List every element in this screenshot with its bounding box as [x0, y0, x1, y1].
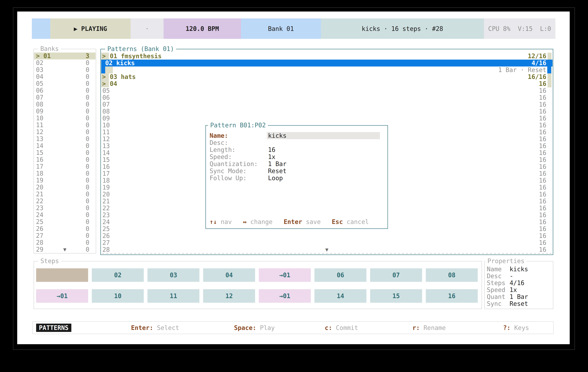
- step-cell-12[interactable]: 12: [203, 289, 255, 303]
- properties-panel: Properties NamekicksDesc-Steps4/16Speed1…: [484, 261, 553, 309]
- bank-row[interactable]: 060: [34, 87, 95, 94]
- step-cell-14[interactable]: 14: [315, 289, 367, 303]
- pattern-row[interactable]: 0616: [101, 94, 553, 101]
- keybinding-hint: ?: Keys: [503, 324, 529, 331]
- step-cell-08[interactable]: 08: [426, 268, 478, 282]
- bank-row[interactable]: 150: [34, 149, 95, 156]
- pattern-row-label: 17: [102, 170, 110, 177]
- step-cell-10[interactable]: 10: [92, 289, 144, 303]
- bank-row[interactable]: 200: [34, 184, 95, 191]
- modal-hint-label: nav: [217, 218, 243, 225]
- modal-field-quantization[interactable]: Quantization:1 Bar: [206, 160, 388, 167]
- step-cell-16[interactable]: 16: [426, 289, 478, 303]
- bank-row-number: 16: [36, 156, 43, 163]
- bank-row-number: 21: [36, 191, 43, 198]
- bank-row[interactable]: 230: [34, 205, 95, 211]
- pattern-row[interactable]: >0416: [101, 80, 553, 87]
- step-cell-02[interactable]: 02: [92, 268, 144, 282]
- bank-row[interactable]: 140: [34, 142, 95, 149]
- hint-label: Keys: [511, 324, 529, 331]
- pattern-row-label: 06: [102, 94, 110, 101]
- bank-row[interactable]: 190: [34, 177, 95, 184]
- bank-row-count: 0: [86, 232, 89, 239]
- pattern-row-label: 10: [102, 122, 110, 129]
- step-cell-03[interactable]: 03: [147, 268, 200, 282]
- pattern-row-steps: 16: [539, 94, 553, 101]
- banks-list: > 01302003004005006007008009010011012013…: [34, 52, 95, 253]
- bank-row-number: 24: [36, 211, 43, 218]
- bank-row[interactable]: 050: [34, 80, 95, 87]
- property-row: SyncReset: [487, 300, 552, 307]
- bank-row[interactable]: 020: [34, 60, 95, 66]
- pattern-row[interactable]: 0816: [101, 108, 553, 115]
- modal-field-followup[interactable]: Follow Up:Loop: [206, 174, 388, 181]
- bank-row[interactable]: 220: [34, 198, 95, 205]
- pattern-row[interactable]: >03 hats16/16: [101, 73, 553, 80]
- step-cell-11[interactable]: 11: [147, 289, 200, 303]
- bank-row[interactable]: 160: [34, 156, 95, 163]
- pattern-row-label: 18: [102, 177, 110, 184]
- modal-field-value: kicks: [268, 132, 286, 139]
- modal-field-syncmode[interactable]: Sync Mode:Reset: [206, 167, 388, 174]
- bank-row[interactable]: 100: [34, 115, 95, 122]
- bank-row-number: 03: [36, 66, 43, 73]
- bank-row[interactable]: 030: [34, 66, 95, 73]
- modal-field-speed[interactable]: Speed:1x: [206, 153, 388, 160]
- bank-row[interactable]: 260: [34, 225, 95, 232]
- modal-field-value: 1 Bar: [268, 160, 286, 167]
- bank-row-count: 0: [86, 198, 89, 205]
- bank-row[interactable]: 110: [34, 122, 95, 129]
- pattern-row-steps: 16: [539, 129, 553, 136]
- modal-hint-key: ↔: [243, 218, 247, 225]
- bank-row-number: 04: [36, 73, 43, 80]
- step-cell-06[interactable]: 06: [315, 268, 367, 282]
- pattern-row-steps: 4/16: [532, 60, 553, 67]
- bank-row[interactable]: 070: [34, 94, 95, 101]
- bank-row[interactable]: 180: [34, 170, 95, 177]
- pattern-row-label: 11: [102, 129, 110, 136]
- modal-field-length[interactable]: Length:16: [206, 146, 388, 153]
- step-cell-05[interactable]: →01: [259, 268, 311, 282]
- bank-row[interactable]: 120: [34, 129, 95, 135]
- step-cell-01[interactable]: [36, 268, 88, 282]
- pattern-row-label: 25: [102, 225, 110, 232]
- selection-gutter-block: [101, 67, 105, 73]
- bank-row[interactable]: > 013: [34, 52, 95, 60]
- bank-row-number: 20: [36, 184, 43, 191]
- bank-row-count: 0: [86, 225, 89, 232]
- modal-field-name[interactable]: Name:kicks: [206, 132, 388, 139]
- pattern-row[interactable]: 0916: [101, 115, 553, 122]
- bank-row[interactable]: 240: [34, 211, 95, 218]
- bank-row[interactable]: 280: [34, 239, 95, 246]
- pattern-row[interactable]: 2716: [101, 239, 553, 246]
- bank-row[interactable]: 210: [34, 191, 95, 198]
- step-cell-15[interactable]: 15: [370, 289, 422, 303]
- step-cell-07[interactable]: 07: [370, 268, 422, 282]
- pattern-row-label: 20: [102, 191, 110, 198]
- bank-row[interactable]: 090: [34, 108, 95, 115]
- bank-row-count: 0: [86, 163, 89, 170]
- pattern-row-label: 08: [102, 108, 110, 115]
- pattern-row[interactable]: 0516: [101, 87, 553, 94]
- pattern-row[interactable]: >01 fmsynthesis12/16: [101, 53, 553, 60]
- bank-row[interactable]: 270: [34, 232, 95, 239]
- pattern-row[interactable]: 2616: [101, 232, 553, 239]
- modal-field-value: Loop: [268, 174, 283, 181]
- bank-row[interactable]: 040: [34, 73, 95, 80]
- modal-field-desc[interactable]: Desc:: [206, 139, 388, 146]
- bank-row[interactable]: 130: [34, 135, 95, 142]
- bank-row[interactable]: 170: [34, 163, 95, 170]
- bank-row-count: 0: [86, 101, 89, 108]
- bank-row-number: 06: [36, 87, 43, 94]
- property-value: 1 Bar: [510, 293, 528, 300]
- committed-gutter-block: [105, 67, 113, 73]
- pattern-row[interactable]: 02 kicks4/16: [101, 60, 553, 67]
- bank-row[interactable]: 250: [34, 218, 95, 225]
- step-cell-04[interactable]: 04: [203, 268, 255, 282]
- step-cell-09[interactable]: →01: [36, 289, 88, 303]
- pattern-row[interactable]: 0716: [101, 101, 553, 108]
- bank-row-number: 18: [36, 170, 43, 177]
- bank-row[interactable]: 080: [34, 101, 95, 108]
- pattern-row-steps: 16: [539, 225, 553, 232]
- step-cell-13[interactable]: →01: [259, 289, 311, 303]
